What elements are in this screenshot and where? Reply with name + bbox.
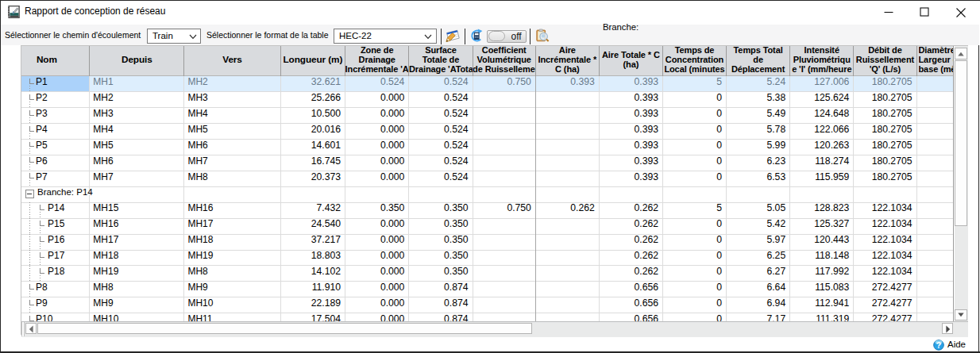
svg-text:?: ? [936, 340, 941, 350]
